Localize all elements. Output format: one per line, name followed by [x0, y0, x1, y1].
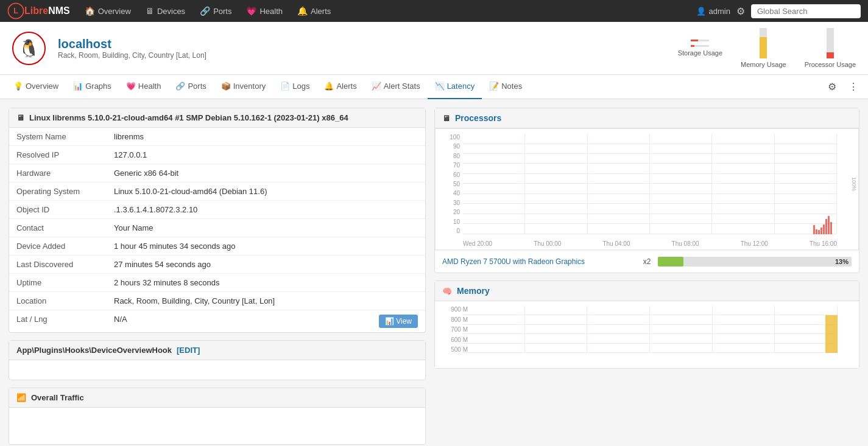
memory-bar-col1	[760, 28, 767, 58]
device-info: localhost Rack, Room, Building, City, Co…	[58, 37, 206, 60]
proc-x-axis: Wed 20:00 Thu 00:00 Thu 04:00 Thu 08:00 …	[463, 240, 837, 247]
svg-text:L: L	[13, 7, 18, 15]
tab-graphs[interactable]: 📊 Graphs	[66, 75, 119, 99]
processor-bar-fill	[827, 52, 834, 58]
info-row: Device Added 1 hour 45 minutes 34 second…	[9, 237, 425, 256]
info-row: Contact Your Name	[9, 219, 425, 237]
processor-legend: AMD Ryzen 7 5700U with Radeon Graphics x…	[435, 250, 859, 273]
memory-label: Memory Usage	[741, 61, 786, 68]
info-row: Operating System Linux 5.10.0-21-cloud-a…	[9, 183, 425, 201]
info-label: System Name	[9, 128, 107, 146]
processors-card: 🖥 Processors 100 90 80 70 60 50 40 30 20	[434, 108, 859, 273]
memory-body: 900 M 800 M 700 M 600 M 500 M	[435, 301, 859, 368]
proc-y-axis: 100 90 80 70 60 50 40 30 20 10 0	[439, 134, 460, 234]
nav-health[interactable]: 💗 Health	[240, 0, 289, 22]
tab-alerts-icon: 🔔	[324, 82, 334, 91]
processors-header: 🖥 Processors	[435, 108, 859, 128]
settings-icon[interactable]: ⚙	[736, 5, 745, 17]
tab-alert-stats-icon: 📈	[372, 82, 381, 91]
device-logo: 🐧	[12, 32, 46, 65]
global-search-input[interactable]	[751, 4, 861, 18]
tab-logs-icon: 📄	[280, 82, 290, 91]
tab-ports-icon: 🔗	[175, 82, 185, 91]
plugin-header: App\Plugins\Hooks\DeviceOverviewHook [ED…	[9, 341, 425, 360]
plugin-body	[9, 360, 425, 380]
traffic-icon: 📶	[16, 393, 26, 402]
processor-bar-col	[827, 28, 834, 58]
nav-overview[interactable]: 🏠 Overview	[79, 0, 137, 22]
tab-notes[interactable]: 📝 Notes	[482, 75, 529, 99]
info-row: Hardware Generic x86 64-bit	[9, 164, 425, 183]
memory-bar-empty	[760, 28, 767, 37]
settings-tab-btn[interactable]: ⚙	[824, 78, 840, 95]
health-icon: 💗	[246, 6, 256, 16]
memory-bar-fill	[760, 37, 767, 58]
tab-logs[interactable]: 📄 Logs	[273, 75, 317, 99]
tab-health-icon: 💗	[126, 82, 136, 91]
overall-traffic-header: 📶 Overall Traffic	[9, 388, 425, 408]
info-label: Location	[9, 292, 107, 310]
tab-latency-label: Latency	[447, 82, 475, 91]
tab-alerts-label: Alerts	[336, 82, 356, 91]
nav-devices[interactable]: 🖥 Devices	[139, 0, 191, 22]
info-label: Lat / Lng	[9, 310, 107, 333]
info-row: Lat / Lng N/A📊 View	[9, 310, 425, 333]
admin-menu[interactable]: 👤 admin	[696, 7, 730, 16]
info-value: Linux 5.10.0-21-cloud-amd64 (Debian 11.6…	[107, 183, 425, 201]
tab-inventory[interactable]: 📦 Inventory	[214, 75, 273, 99]
info-value: N/A📊 View	[107, 310, 425, 333]
processor-bar-wrap	[827, 28, 834, 58]
proc-chart-bars	[463, 134, 837, 234]
storage-bar	[691, 40, 709, 47]
brand-logo[interactable]: L LibreNMS	[7, 2, 70, 19]
more-tab-btn[interactable]: ⋮	[845, 78, 862, 95]
plugin-edit-link[interactable]: [EDIT]	[177, 346, 200, 355]
nav-alerts[interactable]: 🔔 Alerts	[291, 0, 337, 22]
info-value: .1.3.6.1.4.1.8072.3.2.10	[107, 201, 425, 219]
proc-bar-unit	[818, 230, 820, 234]
device-location: Rack, Room, Building, City, Country [Lat…	[58, 51, 206, 60]
proc-bar-unit	[828, 216, 830, 234]
tab-latency[interactable]: 📉 Latency	[428, 75, 482, 99]
nav-alerts-label: Alerts	[311, 7, 331, 16]
left-column: 🖥 Linux librenms 5.10.0-21-cloud-amd64 #…	[9, 108, 426, 445]
alerts-icon: 🔔	[297, 6, 308, 16]
info-value: librenms	[107, 128, 425, 146]
top-navbar: L LibreNMS 🏠 Overview 🖥 Devices 🔗 Ports …	[0, 0, 868, 22]
tab-alert-stats-label: Alert Stats	[384, 82, 420, 91]
device-header: 🐧 localhost Rack, Room, Building, City, …	[0, 22, 868, 75]
tab-overview[interactable]: 💡 Overview	[6, 75, 66, 99]
tab-inventory-label: Inventory	[233, 82, 266, 91]
info-value: Rack, Room, Building, City, Country [Lat…	[107, 292, 425, 310]
processors-title: Processors	[455, 113, 501, 123]
tab-alerts[interactable]: 🔔 Alerts	[317, 75, 364, 99]
tab-ports[interactable]: 🔗 Ports	[168, 75, 213, 99]
storage-bar-track	[691, 40, 709, 41]
info-value: 2 hours 32 minutes 8 seconds	[107, 274, 425, 292]
overall-traffic-card: 📶 Overall Traffic	[9, 388, 426, 445]
memory-stat: Memory Usage	[741, 28, 786, 68]
processor-bar-filled	[658, 257, 683, 267]
processor-label: Processor Usage	[805, 61, 856, 68]
info-row: Last Discovered 27 minutes 54 seconds ag…	[9, 256, 425, 274]
info-value: 127.0.0.1	[107, 146, 425, 164]
device-stats: Storage Usage Memory Usage Processor Usa…	[678, 28, 856, 68]
nav-ports[interactable]: 🔗 Ports	[194, 0, 238, 22]
memory-header: 🧠 Memory	[435, 281, 859, 301]
processor-chart: 100 90 80 70 60 50 40 30 20 10 0	[435, 128, 859, 250]
processor-count: x2	[643, 257, 651, 266]
storage-bar-fill	[691, 40, 698, 41]
info-value: 1 hour 45 minutes 34 seconds ago	[107, 237, 425, 256]
memory-chart: 900 M 800 M 700 M 600 M 500 M	[435, 301, 859, 368]
device-hostname: localhost	[58, 37, 206, 51]
view-btn[interactable]: 📊 View	[379, 315, 418, 328]
memory-title: Memory	[457, 286, 490, 296]
info-value: Your Name	[107, 219, 425, 237]
info-row: Object ID .1.3.6.1.4.1.8072.3.2.10	[9, 201, 425, 219]
brand-nms: NMS	[48, 5, 70, 16]
tab-health[interactable]: 💗 Health	[119, 75, 169, 99]
tab-alert-stats[interactable]: 📈 Alert Stats	[364, 75, 428, 99]
mem-chart-bars	[468, 306, 838, 353]
mem-bar-last	[825, 315, 838, 353]
info-table: System Name librenms Resolved IP 127.0.0…	[9, 128, 425, 332]
